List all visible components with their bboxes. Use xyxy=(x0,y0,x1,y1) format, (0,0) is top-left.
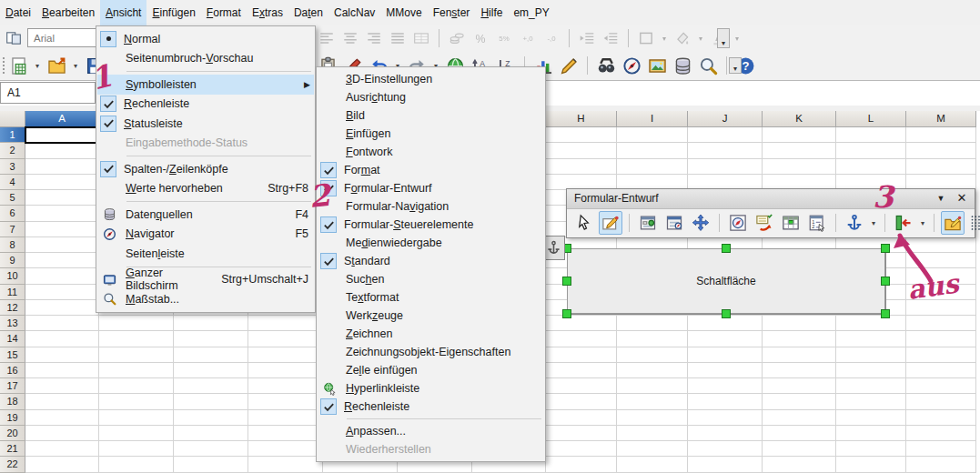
menubar-item-datei[interactable]: Datei xyxy=(0,0,36,25)
menu-item-anpassen[interactable]: Anpassen... xyxy=(318,422,544,440)
row-header-6[interactable]: 6 xyxy=(0,206,25,221)
row-header-13[interactable]: 13 xyxy=(0,316,25,331)
currency-icon[interactable] xyxy=(447,28,467,48)
new-doc-dropdown-arrow[interactable]: ▾ xyxy=(33,62,42,70)
menu-item-seitenleiste[interactable]: Seitenleiste xyxy=(97,244,314,264)
menu-item-formular-steuerelemente[interactable]: Formular-Steuerelemente xyxy=(318,216,544,234)
menu-item-einfuegen[interactable]: Einfügen xyxy=(318,125,544,143)
toolbar-menu-arrow-icon[interactable]: ▼ xyxy=(933,189,949,208)
selection-handle[interactable] xyxy=(562,309,571,318)
close-icon[interactable]: ✕ xyxy=(954,189,970,208)
row-header-17[interactable]: 17 xyxy=(0,378,25,394)
menu-item-bild[interactable]: Bild xyxy=(318,106,544,125)
menu-item-navigator[interactable]: NavigatorF5 xyxy=(97,225,314,245)
new-doc-icon[interactable] xyxy=(7,55,29,76)
menu-item-hyperlinkleiste[interactable]: Hyperlinkleiste xyxy=(318,379,544,398)
align-right-icon[interactable] xyxy=(364,28,384,48)
row-header-21[interactable]: 21 xyxy=(0,441,25,457)
row-header-18[interactable]: 18 xyxy=(0,394,25,409)
zoom-icon[interactable] xyxy=(697,55,719,76)
open-icon[interactable] xyxy=(45,55,67,76)
row-header-8[interactable]: 8 xyxy=(0,237,25,253)
menubar-item-extras[interactable]: Extras xyxy=(247,0,288,25)
menu-item-massstab[interactable]: Maßstab... xyxy=(97,289,314,309)
row-header-22[interactable]: 22 xyxy=(0,457,25,472)
menu-item-rechenleiste[interactable]: Rechenleiste xyxy=(318,398,544,416)
percent-icon[interactable]: % xyxy=(470,28,490,48)
menu-item-zeichnen[interactable]: Zeichnen xyxy=(318,325,544,343)
column-header-i[interactable]: I xyxy=(617,111,688,127)
menubar-item-ansicht[interactable]: Ansicht xyxy=(100,0,146,25)
menubar-item-daten[interactable]: Daten xyxy=(288,0,328,25)
selection-handle[interactable] xyxy=(562,277,571,286)
selection-handle[interactable] xyxy=(722,309,731,318)
row-header-5[interactable]: 5 xyxy=(0,190,25,206)
open-in-design-mode-button[interactable] xyxy=(941,211,965,235)
draw-functions-icon[interactable] xyxy=(558,55,580,76)
selection-handle[interactable] xyxy=(881,277,890,286)
menu-item-seitenumbruch-vorschau[interactable]: Seitenumbruch-Vorschau xyxy=(97,49,314,69)
form-navigator-button[interactable] xyxy=(726,211,750,235)
row-header-20[interactable]: 20 xyxy=(0,426,25,441)
column-header-h[interactable]: H xyxy=(546,111,617,127)
sidebar-icon[interactable] xyxy=(4,28,24,48)
menu-item-medienwiedergabe[interactable]: Medienwiedergabe xyxy=(318,234,544,252)
menu-item-normal[interactable]: Normal xyxy=(97,29,314,49)
menu-item-symbolleisten[interactable]: Symbolleisten▶ xyxy=(97,75,314,95)
menu-item-ausrichtung[interactable]: Ausrichtung xyxy=(318,88,544,106)
indent-decrease-icon[interactable] xyxy=(601,28,621,48)
menu-item-standard[interactable]: Standard xyxy=(318,252,544,270)
column-header-l[interactable]: L xyxy=(836,111,906,127)
row-header-2[interactable]: 2 xyxy=(0,143,25,158)
background-color-icon[interactable] xyxy=(672,28,692,48)
anchor-dropdown-arrow[interactable]: ▾ xyxy=(869,219,878,227)
open-dropdown-arrow[interactable]: ▾ xyxy=(71,62,80,70)
position-size-button[interactable] xyxy=(689,211,712,235)
select-button[interactable] xyxy=(572,211,596,235)
design-mode-button[interactable] xyxy=(599,211,622,235)
indent-increase-icon[interactable] xyxy=(577,28,597,48)
align-left-icon[interactable] xyxy=(317,28,337,48)
alignment-dropdown-arrow[interactable]: ▾ xyxy=(918,219,927,227)
toolbar-overflow-button[interactable]: ▾ xyxy=(729,57,742,74)
menu-item-werte-hervorheben[interactable]: Werte hervorhebenStrg+F8 xyxy=(97,179,314,199)
menu-item-3d-einstellungen[interactable]: 3D-Einstellungen xyxy=(318,70,544,88)
menu-item-suchen[interactable]: Suchen xyxy=(318,270,544,288)
row-header-3[interactable]: 3 xyxy=(0,159,25,175)
alignment-button[interactable] xyxy=(892,211,915,235)
menubar-item-calcnav[interactable]: CalcNav xyxy=(328,0,380,25)
menubar-item-hilfe[interactable]: Hilfe xyxy=(475,0,508,25)
menu-item-rechenleiste[interactable]: Rechenleiste xyxy=(97,95,314,115)
menu-item-fontwork[interactable]: Fontwork xyxy=(318,143,544,161)
align-justify-icon[interactable] xyxy=(388,28,408,48)
column-header-m[interactable]: M xyxy=(906,111,976,127)
menu-item-formular-navigation[interactable]: Formular-Navigation xyxy=(318,197,544,216)
selection-handle[interactable] xyxy=(881,244,890,253)
row-header-10[interactable]: 10 xyxy=(0,268,25,284)
font-name-input[interactable]: Arial xyxy=(27,28,100,47)
row-header-16[interactable]: 16 xyxy=(0,363,25,378)
add-decimal-icon[interactable]: +,0 xyxy=(518,28,538,48)
control-properties-button[interactable] xyxy=(636,211,660,235)
borders-icon[interactable] xyxy=(636,28,656,48)
menubar-item-einfuegen[interactable]: Einfügen xyxy=(146,0,200,25)
form-button-control[interactable]: Schaltfläche xyxy=(567,248,885,314)
column-header-j[interactable]: J xyxy=(688,111,763,127)
table-control-button[interactable] xyxy=(779,211,803,235)
menubar-item-em-py[interactable]: em_PY xyxy=(508,0,554,25)
borders-dropdown-arrow[interactable]: ▾ xyxy=(660,35,669,43)
menu-item-werkzeuge[interactable]: Werkzeuge xyxy=(318,307,544,325)
row-header-9[interactable]: 9 xyxy=(0,253,25,268)
row-header-12[interactable]: 12 xyxy=(0,300,25,316)
merge-cells-icon[interactable] xyxy=(411,28,431,48)
menu-item-textformat[interactable]: Textformat xyxy=(318,288,544,307)
row-header-4[interactable]: 4 xyxy=(0,175,25,190)
selection-handle[interactable] xyxy=(881,309,890,318)
menubar-item-format[interactable]: Format xyxy=(201,0,247,25)
data-sources-icon[interactable] xyxy=(672,55,693,76)
menu-item-formular-entwurf[interactable]: Formular-Entwurf xyxy=(318,179,544,197)
toolbar-grip[interactable] xyxy=(2,56,5,75)
row-header-15[interactable]: 15 xyxy=(0,347,25,363)
menu-item-zelle-einfuegen[interactable]: Zelle einfügen xyxy=(318,361,544,379)
menu-item-spalten-zeilenkoepfe[interactable]: Spalten-/Zeilenköpfe xyxy=(97,159,314,179)
